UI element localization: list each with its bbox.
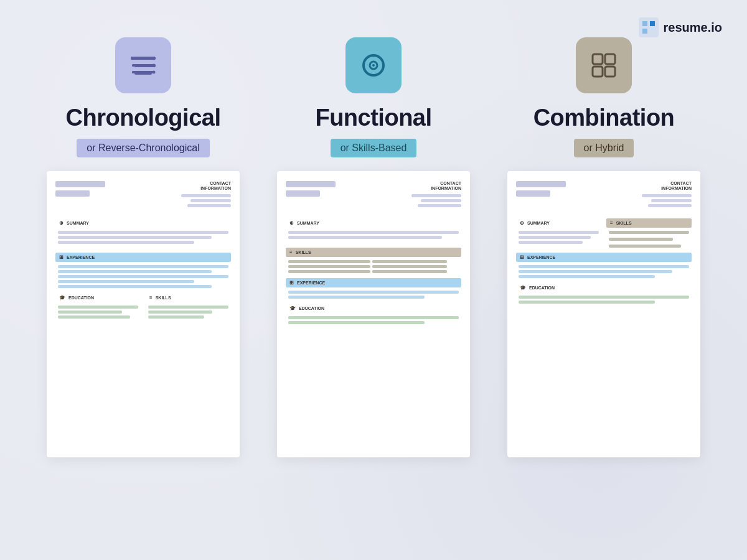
resume-io-logo-icon [639,17,659,37]
chron-experience-lines [55,265,231,288]
functional-resume-card: CONTACTINFORMATION ⊕ SUMMARY [277,171,470,457]
chron-name-bar [55,181,105,187]
combo-summary-lines [516,231,601,244]
functional-subtitle: or Skills-Based [331,139,417,157]
combo-summary-label: SUMMARY [527,221,550,225]
combo-education-lines [516,296,692,304]
chron-header-left [55,181,105,207]
svg-rect-15 [605,54,615,64]
chron-contact-line1 [181,194,231,197]
chron-summary-header: ⊕ SUMMARY [55,218,231,228]
chron-experience-header: ⊞ EXPERIENCE [55,253,231,262]
combo-contact-lines [642,194,692,207]
combo-summary-col: ⊕ SUMMARY [516,218,601,248]
chron-summary-icon: ⊕ [59,220,63,226]
func-education-icon: 🎓 [289,306,296,311]
func-education-section: 🎓 EDUCATION [286,304,461,324]
svg-point-9 [153,64,156,67]
chron-contact-lines [181,194,231,207]
func-skills-header: ≡ SKILLS [286,248,461,257]
chron-title-bar [55,190,90,197]
combo-education-label: EDUCATION [529,286,555,290]
chron-education-col: 🎓 EDUCATION [55,293,141,319]
func-summary-header: ⊕ SUMMARY [286,218,461,228]
combo-experience-section: ⊞ EXPERIENCE [516,253,692,278]
func-experience-header: ⊞ EXPERIENCE [286,278,461,287]
combo-contact-line2 [651,199,692,202]
combination-resume-card: CONTACTINFORMATION ⊕ SUMMARY [507,171,700,457]
svg-rect-6 [132,64,154,67]
column-chronological: Chronological or Reverse-Chronological C… [37,37,249,457]
combo-name-bar [516,181,566,187]
combo-education-icon: 🎓 [520,285,526,291]
combination-subtitle: or Hybrid [574,139,634,157]
column-functional: Functional or Skills-Based CONTACTINFORM… [268,37,479,457]
combination-title: Combination [533,105,675,131]
func-skills-icon: ≡ [289,250,293,255]
chronological-title: Chronological [66,105,221,131]
combo-experience-lines [516,265,692,278]
svg-rect-16 [593,67,603,77]
chron-education-lines [55,306,141,319]
combo-skills-col: ≡ SKILLS [606,218,692,248]
chron-experience-label: EXPERIENCE [67,255,95,259]
functional-title: Functional [315,105,431,131]
combo-contact: CONTACTINFORMATION [642,181,692,207]
chron-skills-col: ≡ SKILLS [146,293,231,319]
func-education-header: 🎓 EDUCATION [286,304,461,313]
combo-skills-header: ≡ SKILLS [606,218,692,228]
func-contact-lines [411,194,461,207]
chron-skills-header: ≡ SKILLS [146,293,231,302]
func-contact-line3 [418,204,461,207]
svg-rect-7 [132,71,154,73]
combo-contact-line3 [648,204,692,207]
svg-rect-14 [593,54,603,64]
chron-skills-label: SKILLS [156,296,171,300]
func-contact-line1 [411,194,461,197]
chron-experience-section: ⊞ EXPERIENCE [55,253,231,288]
chron-contact-title: CONTACTINFORMATION [200,181,231,192]
svg-point-10 [153,71,156,74]
chron-summary-lines [55,231,231,244]
svg-point-13 [372,64,375,67]
combo-summary-header: ⊕ SUMMARY [516,218,601,228]
combo-education-section: 🎓 EDUCATION [516,283,692,304]
combo-experience-label: EXPERIENCE [527,255,555,259]
combo-contact-line1 [642,194,692,197]
chron-contact-line2 [190,199,231,202]
combo-header-left [516,181,566,207]
svg-rect-0 [639,17,659,37]
chron-education-label: EDUCATION [68,296,94,300]
chron-contact: CONTACTINFORMATION [181,181,231,207]
combo-header: CONTACTINFORMATION [516,181,692,207]
combo-skills-icon: ≡ [610,220,613,226]
func-summary-lines [286,231,461,239]
columns-container: Chronological or Reverse-Chronological C… [0,0,747,482]
chron-experience-icon: ⊞ [59,254,63,260]
combo-contact-title: CONTACTINFORMATION [661,181,692,192]
func-experience-label: EXPERIENCE [297,281,325,285]
combo-experience-header: ⊞ EXPERIENCE [516,253,692,262]
chron-skills-icon: ≡ [149,295,153,301]
chronological-icon [115,37,171,93]
chron-skills-lines [146,306,231,319]
chron-education-header: 🎓 EDUCATION [55,293,141,302]
logo-text: resume.io [664,21,722,35]
chronological-subtitle: or Reverse-Chronological [77,139,209,157]
combo-education-header: 🎓 EDUCATION [516,283,692,292]
functional-icon [345,37,402,93]
func-education-lines [286,316,461,324]
chron-education-icon: 🎓 [59,295,65,301]
logo: resume.io [639,17,722,37]
combo-skills-label: SKILLS [616,221,632,225]
chron-summary-label: SUMMARY [67,221,89,225]
func-skills-section: ≡ SKILLS [286,248,461,273]
svg-rect-17 [605,67,615,77]
func-summary-label: SUMMARY [297,221,319,225]
func-experience-icon: ⊞ [289,280,294,286]
func-name-bar [286,181,336,187]
column-combination: Combination or Hybrid CONTACTINFORMATION [498,37,710,457]
func-skills-label: SKILLS [296,250,311,254]
combination-icon [576,37,632,93]
combo-experience-icon: ⊞ [520,254,524,260]
